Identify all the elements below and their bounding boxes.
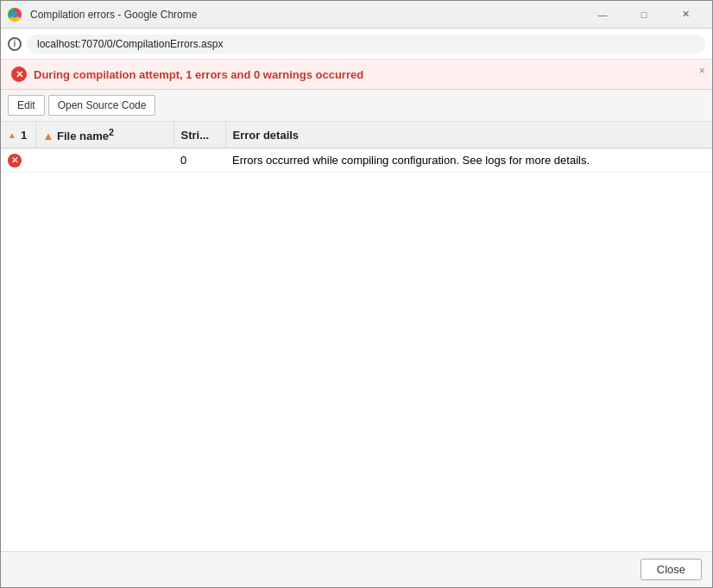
- row-file-cell: [35, 149, 174, 173]
- edit-button[interactable]: Edit: [8, 95, 45, 116]
- footer: Close: [1, 551, 712, 587]
- table-row: ✕ 0 Errors occurred while compiling conf…: [1, 149, 712, 173]
- banner-close-button[interactable]: ×: [698, 65, 705, 76]
- address-input[interactable]: [27, 35, 705, 54]
- errors-table: ▲ 1 ▲ File name2 Stri... Error details ✕: [1, 122, 712, 173]
- close-button[interactable]: Close: [640, 559, 702, 580]
- info-icon: i: [8, 37, 22, 51]
- maximize-button[interactable]: □: [624, 1, 664, 28]
- window-title: Compilation errors - Google Chrome: [30, 9, 583, 21]
- col-header-error: Error details: [225, 122, 712, 149]
- col-file-superscript: 2: [109, 127, 114, 137]
- error-message: During compilation attempt, 1 errors and…: [34, 68, 363, 81]
- address-bar: i: [1, 28, 712, 60]
- toolbar: Edit Open Source Code: [1, 90, 712, 122]
- col-header-file: ▲ File name2: [35, 122, 174, 149]
- minimize-button[interactable]: —: [583, 1, 622, 28]
- row-error-icon: ✕: [8, 154, 22, 168]
- col-num-label: 1: [21, 129, 27, 142]
- title-bar: Compilation errors - Google Chrome — □ ✕: [1, 1, 712, 28]
- error-banner: ✕ During compilation attempt, 1 errors a…: [1, 60, 712, 90]
- main-window: Compilation errors - Google Chrome — □ ✕…: [0, 0, 713, 588]
- close-window-button[interactable]: ✕: [666, 1, 705, 28]
- table-header-row: ▲ 1 ▲ File name2 Stri... Error details: [1, 122, 712, 149]
- col-header-str: Stri...: [174, 122, 225, 149]
- error-icon: ✕: [11, 66, 27, 82]
- row-str-cell: 0: [174, 149, 225, 173]
- col-file-label: File name: [57, 130, 109, 142]
- chrome-icon: [8, 8, 22, 22]
- open-source-code-button[interactable]: Open Source Code: [48, 95, 156, 116]
- errors-table-container: ▲ 1 ▲ File name2 Stri... Error details ✕: [1, 122, 712, 551]
- window-controls: — □ ✕: [583, 1, 705, 28]
- row-num-cell: ✕: [1, 149, 35, 173]
- sort-arrow-icon: ▲: [8, 130, 16, 140]
- col-file-sort-arrow: ▲: [43, 130, 57, 142]
- row-error-cell: Errors occurred while compiling configur…: [225, 149, 712, 173]
- col-header-num: ▲ 1: [1, 122, 35, 149]
- table-body: ✕ 0 Errors occurred while compiling conf…: [1, 149, 712, 173]
